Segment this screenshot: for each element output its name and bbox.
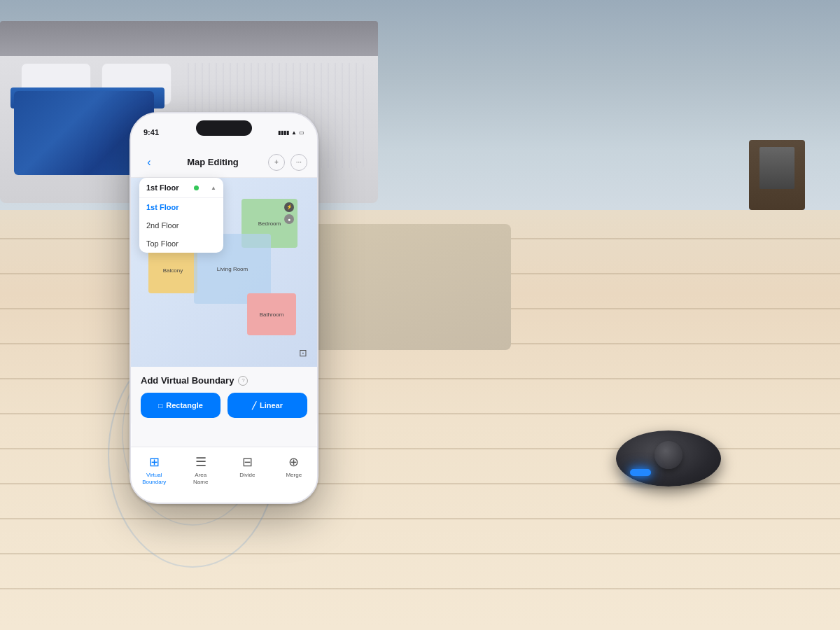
chevron-up-icon: ▲ — [211, 185, 216, 191]
nav-bar: ‹ Map Editing + ··· — [131, 147, 317, 178]
status-time: 9:41 — [144, 128, 159, 136]
status-icons: ▮▮▮▮ ▲ ▭ — [278, 130, 304, 136]
phone-frame: 9:41 ▮▮▮▮ ▲ ▭ ‹ Map Editing + ··· 1st Fl… — [130, 112, 318, 504]
bedroom-icon1: ⚡ — [284, 202, 294, 212]
rectangle-icon: □ — [158, 402, 162, 410]
robot-turret — [654, 441, 682, 469]
linear-icon: ╱ — [252, 402, 256, 410]
living-label: Living Room — [217, 266, 248, 272]
tab-bar: ⊞ VirtualBoundary ☰ AreaName ⊟ Divide ⊕ … — [131, 447, 317, 503]
room-bathroom: Bathroom — [247, 293, 296, 335]
bedroom-label: Bedroom — [258, 220, 281, 227]
room-balcony: Balcony — [148, 248, 197, 293]
bedroom-icon2: ● — [284, 214, 294, 224]
floor-item-top[interactable]: Top Floor — [139, 234, 223, 253]
robot-vacuum — [609, 427, 735, 490]
help-icon[interactable]: ? — [238, 376, 248, 386]
linear-button[interactable]: ╱ Linear — [227, 393, 307, 418]
add-button[interactable]: + — [268, 154, 285, 171]
vb-title: Add Virtual Boundary — [141, 375, 234, 386]
merge-tab-label: Merge — [286, 472, 302, 479]
floor-item-2nd[interactable]: 2nd Floor — [139, 216, 223, 234]
floor-selector-title: 1st Floor — [146, 183, 178, 192]
virtual-boundary-tab-label: VirtualBoundary — [142, 472, 166, 485]
area-name-tab-label: AreaName — [193, 472, 208, 485]
robot-blue-light — [630, 469, 651, 476]
floor-selector[interactable]: 1st Floor ▲ 1st Floor 2nd Floor Top Floo… — [139, 178, 223, 253]
balcony-label: Balcony — [163, 267, 183, 274]
bed-headboard — [0, 21, 378, 56]
phone-notch — [196, 120, 252, 136]
back-button[interactable]: ‹ — [141, 154, 158, 171]
rectangle-label: Rectangle — [166, 401, 203, 410]
nightstand — [749, 140, 805, 210]
merge-tab-icon: ⊕ — [288, 454, 299, 470]
vb-buttons: □ Rectangle ╱ Linear — [141, 393, 307, 418]
nav-title: Map Editing — [187, 157, 239, 167]
virtual-boundary-section: Add Virtual Boundary ? □ Rectangle ╱ Lin… — [131, 367, 317, 424]
rectangle-button[interactable]: □ Rectangle — [141, 393, 220, 418]
nav-actions: + ··· — [268, 154, 307, 171]
nightstand-item — [760, 147, 794, 189]
signal-icon: ▮▮▮▮ — [278, 130, 289, 136]
divide-tab-label: Divide — [239, 472, 255, 479]
divide-tab-icon: ⊟ — [242, 454, 253, 470]
bathroom-label: Bathroom — [260, 312, 284, 318]
tab-area-name[interactable]: ☰ AreaName — [178, 454, 225, 485]
tab-merge[interactable]: ⊕ Merge — [271, 454, 318, 479]
floor-dot — [194, 186, 199, 190]
phone-container: 9:41 ▮▮▮▮ ▲ ▭ ‹ Map Editing + ··· 1st Fl… — [130, 112, 318, 504]
tab-divide[interactable]: ⊟ Divide — [224, 454, 271, 479]
virtual-boundary-tab-icon: ⊞ — [149, 454, 160, 470]
tab-virtual-boundary[interactable]: ⊞ VirtualBoundary — [131, 454, 178, 485]
restore-button[interactable]: ⊡ — [295, 344, 312, 361]
floor-selector-header[interactable]: 1st Floor ▲ — [139, 178, 223, 197]
floor-item-1st[interactable]: 1st Floor — [139, 198, 223, 216]
floor-dropdown: 1st Floor 2nd Floor Top Floor — [139, 197, 223, 253]
vb-title-row: Add Virtual Boundary ? — [141, 375, 307, 386]
battery-icon: ▭ — [299, 130, 304, 136]
more-button[interactable]: ··· — [290, 154, 307, 171]
linear-label: Linear — [260, 401, 283, 410]
wifi-icon: ▲ — [291, 130, 297, 136]
robot-body — [616, 430, 721, 486]
area-name-tab-icon: ☰ — [195, 454, 206, 470]
